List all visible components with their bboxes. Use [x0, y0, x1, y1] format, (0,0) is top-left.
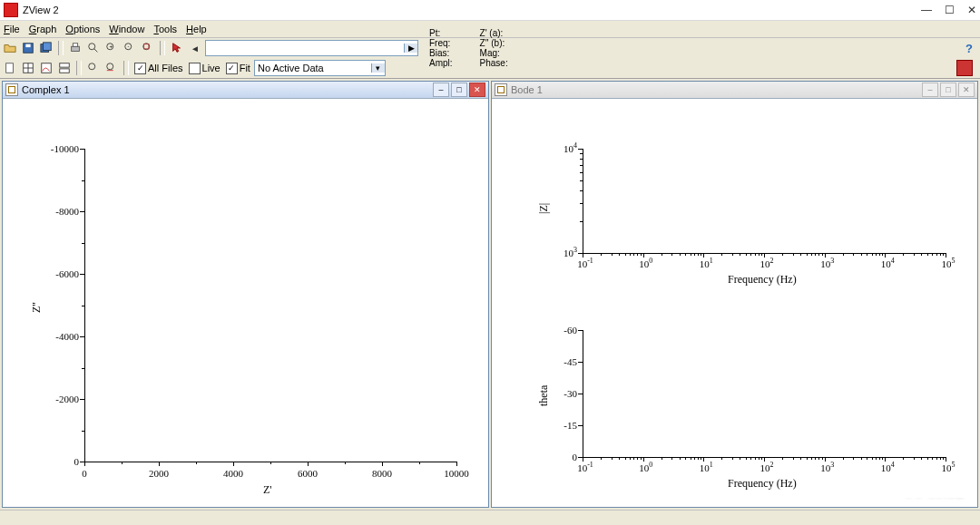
svg-line-7 — [94, 49, 98, 53]
save-all-icon[interactable] — [38, 40, 54, 56]
checkbox-all-files[interactable]: ✓All Files — [134, 63, 183, 74]
svg-point-21 — [89, 63, 95, 70]
maximize-button[interactable]: ☐ — [945, 4, 955, 16]
zoom-reset-icon[interactable] — [140, 40, 156, 56]
bode-plot[interactable]: ✕ 科研鹿 10-1100101102103104105103104Freque… — [492, 99, 977, 507]
zoom-fit-icon[interactable] — [85, 40, 102, 56]
cursor-tool-icon[interactable] — [169, 40, 185, 56]
dropdown-arrow-icon: ▾ — [371, 63, 385, 73]
readout-mag: Mag: — [480, 48, 508, 58]
readout-freq: Freq: — [429, 38, 453, 48]
pane-close-button[interactable]: ✕ — [469, 83, 485, 97]
pane-complex-titlebar[interactable]: Complex 1 – □ ✕ — [3, 82, 488, 99]
checkbox-live-label: Live — [202, 63, 220, 73]
svg-rect-3 — [44, 43, 52, 51]
mdi-client-area: Complex 1 – □ ✕ 02000400060008000100000-… — [0, 79, 980, 510]
chart-multi-icon[interactable] — [56, 60, 73, 76]
pane-bode: Bode 1 – □ ✕ ✕ 科研鹿 10-110010110210310410… — [491, 81, 978, 508]
svg-point-6 — [89, 44, 95, 50]
pane-complex-title: Complex 1 — [22, 84, 429, 95]
print-icon[interactable] — [67, 40, 83, 56]
pane-max-button[interactable]: □ — [451, 83, 467, 97]
fit-data-value: No Active Data — [258, 63, 371, 73]
app-icon — [4, 3, 18, 17]
menu-tools[interactable]: Tools — [153, 24, 177, 34]
scrub-next-icon[interactable]: ▶ — [404, 44, 417, 53]
pane-bode-titlebar[interactable]: Bode 1 – □ ✕ — [492, 82, 977, 99]
checkbox-fit-label: Fit — [240, 63, 250, 73]
readout-zb: Z'' (b): — [480, 38, 508, 48]
svg-rect-13 — [144, 44, 149, 49]
doc-icon[interactable] — [2, 60, 18, 76]
scrub-prev-icon[interactable]: ◄ — [187, 40, 203, 56]
svg-rect-14 — [6, 63, 14, 73]
readout-pt: Pt: — [429, 28, 453, 38]
point-scrubber[interactable]: ▶ — [205, 40, 418, 56]
menu-help[interactable]: Help — [186, 24, 207, 34]
menu-graph[interactable]: Graph — [29, 24, 57, 34]
window-title: ZView 2 — [23, 5, 921, 15]
svg-rect-20 — [60, 69, 70, 73]
svg-rect-4 — [72, 46, 80, 51]
complex-plot[interactable]: 02000400060008000100000-2000-4000-6000-8… — [3, 99, 488, 507]
close-button[interactable]: ✕ — [967, 4, 976, 16]
menu-window[interactable]: Window — [109, 24, 144, 34]
pane-close-button[interactable]: ✕ — [958, 83, 975, 97]
grid-icon[interactable] — [20, 60, 36, 76]
svg-point-22 — [107, 63, 113, 70]
svg-rect-1 — [25, 44, 30, 48]
pane-max-button[interactable]: □ — [940, 83, 956, 97]
zoom-range-icon[interactable] — [103, 60, 120, 76]
external-app-icon[interactable] — [956, 60, 973, 76]
pane-icon — [5, 83, 18, 96]
svg-rect-19 — [60, 63, 70, 67]
readout-bias: Bias: — [429, 48, 453, 58]
chart-complex-icon[interactable] — [38, 60, 54, 76]
zoom-fit2-icon[interactable] — [85, 60, 102, 76]
pane-complex: Complex 1 – □ ✕ 02000400060008000100000-… — [2, 81, 489, 508]
pane-icon — [495, 83, 507, 96]
zoom-in-icon[interactable]: + — [103, 40, 120, 56]
menu-file[interactable]: File — [4, 24, 20, 34]
pane-min-button[interactable]: – — [433, 83, 449, 97]
help-icon[interactable]: ? — [965, 42, 973, 55]
checkbox-all-files-label: All Files — [148, 63, 183, 73]
fit-data-dropdown[interactable]: No Active Data ▾ — [254, 60, 386, 76]
svg-rect-5 — [73, 44, 77, 47]
pane-min-button[interactable]: – — [922, 83, 938, 97]
pane-bode-title: Bode 1 — [511, 84, 918, 95]
save-icon[interactable] — [20, 40, 36, 56]
toolbar: + - ◄ ▶ Pt: Freq: Bias: Ampl: Z' (a): Z'… — [0, 38, 980, 79]
svg-text:-: - — [127, 43, 129, 49]
open-file-icon[interactable] — [2, 40, 18, 56]
readout-za: Z' (a): — [480, 28, 508, 38]
svg-text:+: + — [109, 43, 113, 49]
status-bar — [0, 510, 980, 525]
menu-options[interactable]: Options — [65, 24, 100, 34]
window-titlebar: ZView 2 — ☐ ✕ — [0, 0, 980, 21]
minimize-button[interactable]: — — [921, 4, 932, 16]
zoom-out-icon[interactable]: - — [122, 40, 138, 56]
checkbox-fit[interactable]: ✓Fit — [226, 63, 250, 74]
checkbox-live[interactable]: Live — [189, 63, 220, 74]
